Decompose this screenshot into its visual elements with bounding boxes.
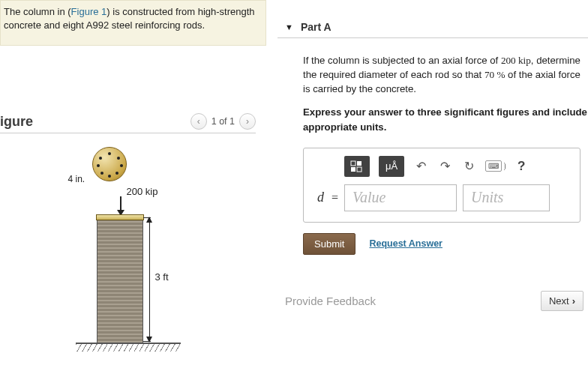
- templates-button[interactable]: [344, 156, 370, 177]
- chevron-right-icon: ›: [572, 295, 575, 307]
- figure-image: 4 in. 200 kip 3 ft: [46, 144, 211, 369]
- answer-instruction: Express your answer to three significant…: [303, 105, 588, 133]
- units-placeholder: Units: [471, 189, 503, 206]
- figure-nav: ‹ 1 of 1 ›: [190, 113, 256, 130]
- redo-icon: ↷: [440, 160, 450, 172]
- part-header[interactable]: ▼ Part A: [278, 0, 588, 38]
- column-graphic: [97, 216, 143, 343]
- answer-box: μÅ ↶ ↷ ↻ ⌨ ⟯ ? d = Value Units: [303, 148, 580, 223]
- next-label: Next: [549, 295, 569, 307]
- request-answer-link[interactable]: Request Answer: [369, 238, 442, 249]
- figure-section: igure ‹ 1 of 1 › 4: [0, 113, 266, 369]
- question-body: If the column is subjected to an axial f…: [278, 38, 588, 134]
- dimension-height: 3 ft: [155, 271, 169, 283]
- q-pct-unit: %: [496, 69, 505, 80]
- figure-next-button[interactable]: ›: [239, 113, 256, 130]
- reset-icon: ↻: [464, 160, 474, 172]
- dimension-radius: 4 in.: [68, 174, 86, 184]
- next-button[interactable]: Next ›: [541, 291, 584, 311]
- units-button[interactable]: μÅ: [379, 156, 404, 177]
- cross-section-circle: [92, 147, 127, 181]
- svg-rect-1: [357, 161, 362, 166]
- chevron-left-icon: ‹: [197, 116, 200, 127]
- problem-pre: The column in (: [4, 6, 71, 17]
- figure-title: igure: [0, 114, 33, 130]
- q-pct-val: 70: [484, 69, 496, 80]
- keyboard-icon: ⌨: [488, 162, 499, 170]
- units-button-label: μÅ: [386, 160, 398, 172]
- units-input[interactable]: Units: [463, 184, 550, 211]
- answer-toolbar: μÅ ↶ ↷ ↻ ⌨ ⟯ ?: [313, 156, 571, 177]
- keyboard-paren: ⟯: [503, 160, 508, 172]
- provide-feedback-link[interactable]: Provide Feedback: [285, 295, 376, 307]
- svg-rect-3: [357, 167, 362, 172]
- disclosure-triangle-icon: ▼: [285, 22, 293, 31]
- figure-prev-button[interactable]: ‹: [190, 113, 207, 130]
- svg-rect-0: [351, 161, 356, 166]
- dimension-line-vertical: [149, 217, 150, 342]
- value-input[interactable]: Value: [344, 184, 457, 211]
- q-force-val: 200: [501, 55, 518, 66]
- ground-graphic: [76, 343, 181, 344]
- chevron-right-icon: ›: [246, 116, 249, 127]
- part-title: Part A: [301, 21, 332, 33]
- figure-counter: 1 of 1: [212, 116, 235, 127]
- redo-button[interactable]: ↷: [437, 159, 452, 173]
- force-label: 200 kip: [127, 186, 158, 197]
- q-force-unit: kip: [518, 55, 531, 66]
- help-button[interactable]: ?: [518, 159, 525, 174]
- undo-button[interactable]: ↶: [413, 159, 428, 173]
- templates-icon: [350, 160, 364, 172]
- equals-sign: =: [332, 191, 338, 205]
- submit-button[interactable]: Submit: [303, 233, 356, 255]
- answer-variable: d: [313, 190, 326, 205]
- problem-statement: The column in (Figure 1) is constructed …: [0, 0, 266, 46]
- help-label: ?: [518, 159, 525, 173]
- figure-link[interactable]: Figure 1: [71, 6, 107, 17]
- reset-button[interactable]: ↻: [461, 159, 476, 173]
- svg-rect-2: [351, 167, 356, 172]
- undo-icon: ↶: [416, 160, 426, 172]
- keyboard-button[interactable]: ⌨: [485, 160, 502, 172]
- value-placeholder: Value: [352, 189, 386, 206]
- q-text-1: If the column is subjected to an axial f…: [303, 55, 501, 66]
- submit-label: Submit: [314, 238, 344, 250]
